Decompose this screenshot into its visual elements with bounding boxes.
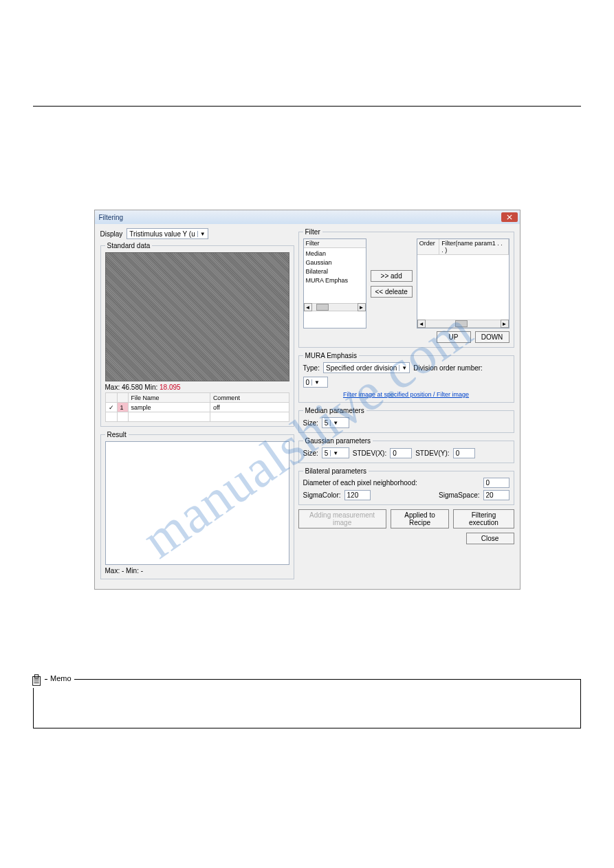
table-row[interactable]: ✓ 1 sample off [105,403,289,412]
mura-group: MURA Emphasis Type: Specified order divi… [298,352,514,403]
filter-group: Filter Filter Median Gaussian Bilateral … [298,228,514,348]
add-button[interactable]: >> add [371,270,413,282]
stdevx-input[interactable] [390,448,412,458]
scrollbar-thumb[interactable] [455,320,468,327]
standard-image [105,252,289,381]
bilateral-group: Bilateral parameters Diameter of each pi… [298,467,514,505]
col-comment: Comment [210,393,289,403]
scroll-left-icon[interactable]: ◄ [417,320,426,328]
sigspace-label: SigmaSpace: [439,491,479,499]
stdevx-label: STDEV(X): [353,449,386,457]
list-item[interactable]: Bilateral [306,267,364,276]
gauss-size-label: Size: [303,449,318,457]
median-legend: Median parameters [303,407,366,414]
standard-data-table: File Name Comment ✓ 1 sample off [105,392,289,422]
scroll-left-icon[interactable]: ◄ [304,303,312,311]
type-combo[interactable]: Specified order division ▼ [323,362,410,373]
add-measurement-button: Adding measurement image [298,509,386,528]
filter-legend: Filter [303,228,322,236]
display-combo[interactable]: Tristimulus value Y (u ▼ [127,228,208,239]
filtering-execution-button[interactable]: Filtering execution [453,509,514,528]
chevron-down-icon: ▼ [311,379,320,386]
result-group: Result Max: - Min: - [100,431,294,579]
standard-data-group: Standard data Max: 46.580 Min: 18.095 Fi… [100,242,294,427]
gaussian-legend: Gaussian parameters [303,437,373,445]
type-value: Specified order division [326,364,397,372]
row-filename: sample [128,403,210,412]
memo-icon [30,673,45,688]
order-list[interactable]: Order Filter(name param1 . . . ) ◄ ► [417,238,509,329]
display-label: Display [100,230,123,238]
chevron-down-icon: ▼ [330,420,338,426]
scroll-right-icon[interactable]: ► [501,320,509,328]
sigcolor-input[interactable] [344,490,371,500]
gauss-size-value: 5 [325,449,329,457]
sigcolor-label: SigmaColor: [303,491,341,499]
filter-list-header: Filter [304,239,366,248]
dialog-title: Filtering [97,214,124,221]
titlebar: Filtering [95,210,520,224]
stdevy-label: STDEV(Y): [415,449,449,457]
type-label: Type: [303,364,320,372]
don-label: Division order number: [413,364,483,372]
applied-to-recipe-button[interactable]: Applied to Recipe [391,509,450,528]
close-icon[interactable] [501,212,518,222]
chevron-down-icon: ▼ [399,365,407,371]
col-filename: File Name [128,393,210,403]
chevron-down-icon: ▼ [330,450,338,456]
list-item[interactable]: MURA Emphas [306,276,364,285]
mura-legend: MURA Emphasis [303,352,360,359]
diam-input[interactable] [483,478,509,488]
max-value: 46.580 [122,383,143,391]
gauss-size-combo[interactable]: 5 ▼ [322,447,349,458]
sigspace-input[interactable] [483,490,509,500]
list-item[interactable]: Median [306,249,364,258]
min-value: 18.095 [160,383,181,391]
diam-label: Diameter of each pixel neighborhood: [303,479,417,487]
chevron-down-icon: ▼ [197,231,206,237]
don-combo[interactable]: 0 ▼ [303,377,328,388]
filter-list[interactable]: Filter Median Gaussian Bilateral MURA Em… [303,238,366,329]
median-group: Median parameters Size: 5 ▼ [298,407,514,433]
result-legend: Result [105,431,129,438]
don-value: 0 [306,379,310,386]
row-comment: off [210,403,289,412]
up-button[interactable]: UP [437,331,471,343]
filtering-dialog: Filtering Display Tristimulus value Y (u… [94,210,520,590]
scrollbar-thumb[interactable] [316,304,329,311]
delete-button[interactable]: << deleate [371,286,413,298]
down-button[interactable]: DOWN [475,331,509,343]
filter-image-link[interactable]: Filter image at specified position / Fil… [343,391,469,398]
memo-title: Memo [47,674,74,682]
horizontal-rule [33,106,581,107]
result-maxmin: Max: - Min: - [105,567,289,575]
list-item[interactable]: Gaussian [306,258,364,267]
median-size-value: 5 [325,419,329,427]
svg-rect-1 [34,675,39,678]
close-button[interactable]: Close [466,533,514,544]
median-size-combo[interactable]: 5 ▼ [322,417,349,428]
filtername-col: Filter(name param1 . . . ) [439,239,508,254]
stdevy-input[interactable] [453,448,475,458]
scroll-right-icon[interactable]: ► [358,303,366,311]
order-col: Order [417,239,439,254]
result-image [105,441,289,565]
min-label: Min: [144,383,157,391]
median-size-label: Size: [303,419,318,427]
row-idx: 1 [117,403,128,412]
standard-data-legend: Standard data [105,242,153,249]
max-label: Max: [105,383,120,391]
memo-box: Memo [33,679,581,728]
bilateral-legend: Bilateral parameters [303,467,369,475]
gaussian-group: Gaussian parameters Size: 5 ▼ STDEV(X): … [298,437,514,463]
display-value: Tristimulus value Y (u [129,230,195,238]
